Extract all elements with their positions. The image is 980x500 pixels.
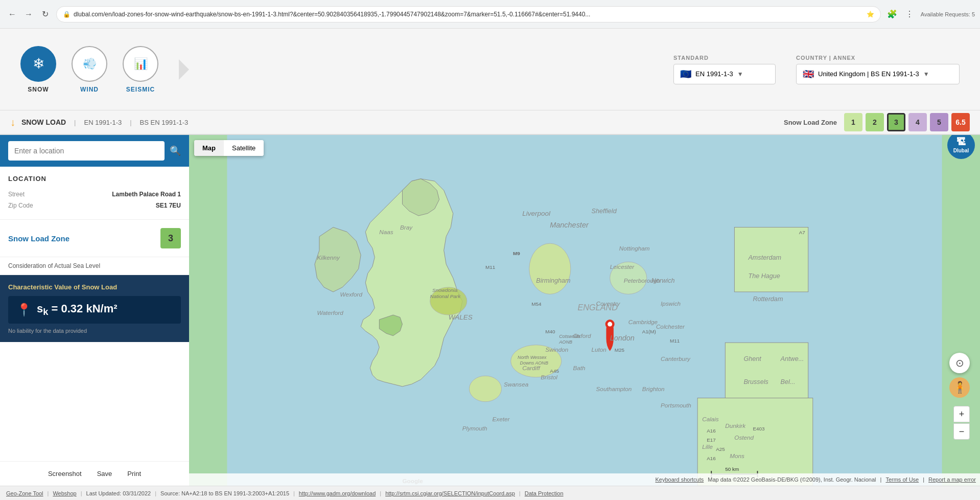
map-pin-icon: 📍 — [16, 303, 32, 317]
svg-text:Rotterdam: Rotterdam — [753, 296, 783, 303]
country-annex-chevron-down-icon: ▼ — [923, 71, 929, 78]
country-annex-value: United Kingdom | BS EN 1991-1-3 — [818, 70, 919, 78]
zone-badge-65[interactable]: 6.5 — [951, 113, 970, 131]
svg-text:M40: M40 — [545, 329, 555, 334]
seismic-icon-circle: 📊 — [123, 46, 158, 82]
svg-text:Leicester: Leicester — [610, 263, 635, 270]
svg-text:A25: A25 — [716, 446, 725, 452]
svg-point-3 — [469, 376, 501, 402]
app-container: ❄ SNOW 💨 WIND 📊 SEISMIC — [0, 29, 980, 500]
reload-button[interactable]: ↻ — [38, 7, 52, 21]
zone-badge-5[interactable]: 5 — [930, 113, 948, 131]
terms-of-use-link[interactable]: Terms of Use — [885, 476, 919, 483]
footer-webshop[interactable]: Webshop — [53, 490, 76, 496]
footer-srtm-link[interactable]: http://srtm.csi.cgiar.org/SELECTION/inpu… — [385, 490, 515, 496]
char-value-box: 📍 sk = 0.32 kN/m² — [8, 296, 181, 324]
extensions-button[interactable]: 🧩 — [885, 7, 899, 21]
svg-text:The Hague: The Hague — [748, 272, 780, 280]
snow-load-down-arrow-icon: ↓ — [10, 117, 15, 128]
svg-text:Antwe...: Antwe... — [780, 355, 804, 362]
url-input[interactable] — [74, 11, 864, 18]
wind-icon-circle: 💨 — [72, 46, 107, 82]
zone-badge-3[interactable]: 3 — [887, 113, 905, 131]
street-row: Street Lambeth Palace Road 1 — [8, 189, 181, 200]
map-svg: Manchester Sheffield Liverpool Nottingha… — [189, 135, 980, 486]
footer-geo-zone[interactable]: Geo-Zone Tool — [6, 490, 43, 496]
svg-text:Cambridge: Cambridge — [628, 319, 658, 325]
map-tab[interactable]: Map — [194, 140, 224, 156]
standard-dropdown[interactable]: 🇪🇺 EN 1991-1-3 ▼ — [673, 64, 776, 84]
zone-bar: ↓ SNOW LOAD | EN 1991-1-3 | BS EN 1991-1… — [0, 110, 980, 135]
map-type-tabs: Map Satellite — [194, 140, 264, 156]
no-liability-text: No liability for the data provided — [8, 328, 181, 334]
footer-gadm-link[interactable]: http://www.gadm.org/download — [299, 490, 376, 496]
map-zoom-controls: + − — [953, 406, 970, 440]
print-link[interactable]: Print — [127, 470, 141, 478]
main-content: 🔍 LOCATION Street Lambeth Palace Road 1 … — [0, 135, 980, 486]
back-button[interactable]: ← — [5, 7, 19, 21]
snow-load-zone-label: Snow Load Zone — [784, 119, 837, 126]
svg-text:Exeter: Exeter — [492, 416, 510, 422]
zone-bar-left: ↓ SNOW LOAD | EN 1991-1-3 | BS EN 1991-1… — [10, 117, 784, 128]
svg-text:Cotswolds: Cotswolds — [559, 334, 580, 339]
my-location-button[interactable]: ⊙ — [949, 353, 970, 373]
svg-text:Swindon: Swindon — [545, 346, 568, 353]
svg-text:Brighton: Brighton — [642, 385, 665, 392]
save-link[interactable]: Save — [97, 470, 112, 478]
street-view-button-container: 🧍 — [949, 377, 970, 398]
svg-text:North Wessex: North Wessex — [518, 355, 547, 360]
browser-nav-buttons: ← → ↻ — [5, 7, 52, 21]
nav-item-wind[interactable]: 💨 WIND — [72, 46, 107, 93]
svg-text:Snowdonia: Snowdonia — [432, 287, 458, 293]
zoom-in-button[interactable]: + — [953, 406, 970, 422]
svg-text:Plymouth: Plymouth — [462, 425, 487, 431]
address-bar[interactable]: 🔒 ⭐ — [56, 6, 881, 22]
svg-text:National Park: National Park — [430, 293, 461, 299]
svg-text:50 km: 50 km — [725, 466, 739, 472]
zip-value: SE1 7EU — [156, 202, 181, 209]
svg-text:AONB: AONB — [558, 339, 572, 345]
svg-text:M11: M11 — [670, 338, 680, 344]
sea-level-section: Consideration of Actual Sea Level — [0, 257, 189, 275]
map-area[interactable]: Map Satellite — [189, 135, 980, 486]
search-icon: 🔍 — [170, 146, 181, 156]
location-search-input[interactable] — [8, 141, 165, 161]
keyboard-shortcuts-link[interactable]: Keyboard shortcuts — [656, 476, 704, 483]
svg-rect-54 — [725, 343, 808, 398]
zoom-out-button[interactable]: − — [953, 423, 970, 440]
sea-level-text: Consideration of Actual Sea Level — [8, 262, 100, 269]
svg-text:Waterford: Waterford — [317, 309, 343, 316]
zone-badge-4[interactable]: 4 — [908, 113, 927, 131]
zone-bar-annex: BS EN 1991-1-3 — [140, 119, 189, 126]
zone-bar-title: SNOW LOAD — [21, 118, 66, 126]
nav-item-seismic[interactable]: 📊 SEISMIC — [123, 46, 158, 93]
search-button[interactable]: 🔍 — [170, 145, 181, 156]
map-location-button-container: ⊙ — [949, 353, 970, 373]
footer-data-protection[interactable]: Data Protection — [525, 490, 564, 496]
satellite-tab[interactable]: Satellite — [224, 140, 264, 156]
zone-badge-2[interactable]: 2 — [866, 113, 884, 131]
svg-point-1 — [529, 243, 571, 294]
country-annex-dropdown[interactable]: 🇬🇧 United Kingdom | BS EN 1991-1-3 ▼ — [796, 64, 960, 84]
lock-icon: 🔒 — [63, 11, 71, 18]
svg-text:Birmingham: Birmingham — [536, 277, 570, 284]
standard-value: EN 1991-1-3 — [695, 70, 733, 78]
svg-text:A1(M): A1(M) — [642, 329, 656, 334]
nav-item-snow[interactable]: ❄ SNOW — [20, 46, 56, 93]
wind-label: WIND — [80, 86, 99, 93]
report-map-error-link[interactable]: Report a map error — [928, 476, 976, 483]
footer-last-updated: Last Updated: 03/31/2022 — [86, 490, 151, 496]
svg-text:M54: M54 — [531, 301, 542, 307]
nav-icons: ❄ SNOW 💨 WIND 📊 SEISMIC — [20, 46, 158, 93]
browser-actions: 🧩 ⋮ — [885, 7, 917, 21]
snow-load-zone-result-label: Snow Load Zone — [8, 234, 69, 243]
screenshot-link[interactable]: Screenshot — [48, 470, 82, 478]
svg-text:Southampton: Southampton — [596, 385, 632, 392]
menu-button[interactable]: ⋮ — [902, 7, 917, 21]
forward-button[interactable]: → — [21, 7, 36, 21]
svg-text:Bath: Bath — [573, 365, 585, 371]
svg-text:Cardiff: Cardiff — [522, 365, 541, 371]
standard-chevron-down-icon: ▼ — [737, 71, 743, 78]
zone-badge-1[interactable]: 1 — [844, 113, 862, 131]
street-view-button[interactable]: 🧍 — [949, 377, 970, 398]
